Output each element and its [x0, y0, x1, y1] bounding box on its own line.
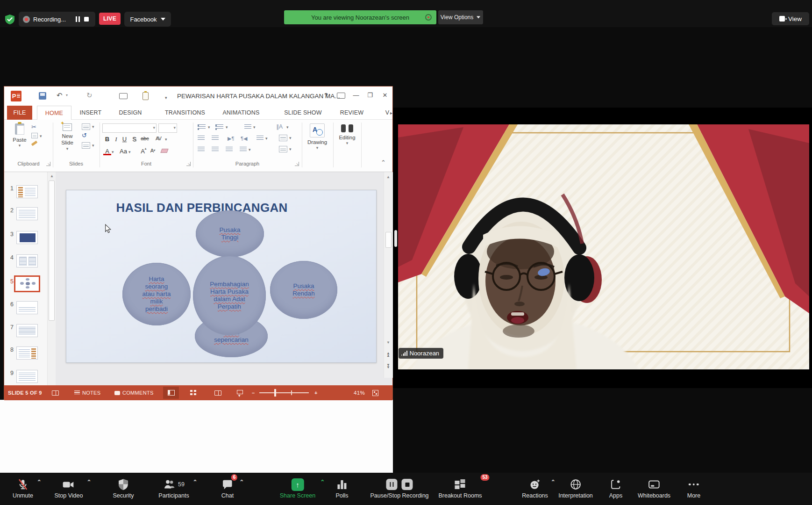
- stop-video-button[interactable]: Stop Video: [55, 477, 83, 499]
- tab-overflow-icon[interactable]: [390, 109, 392, 116]
- slide-layout-button[interactable]: [82, 123, 90, 130]
- fit-to-window-button[interactable]: [372, 385, 378, 400]
- zoom-slider-track[interactable]: [259, 392, 309, 393]
- columns-button[interactable]: [256, 136, 264, 141]
- slide-scrollbar[interactable]: [384, 172, 393, 378]
- font-size-combo[interactable]: [158, 123, 177, 133]
- section-button[interactable]: [82, 142, 90, 149]
- align-text-button[interactable]: [279, 135, 287, 141]
- tab-review[interactable]: REVIEW: [337, 106, 367, 120]
- stop-recording-icon[interactable]: [402, 479, 413, 490]
- ppt-titlebar[interactable]: P ▾ PEWARISAN HARTA PUSAKA DALAM KALANGA…: [4, 87, 392, 106]
- strikethrough-button[interactable]: abc: [139, 136, 151, 141]
- copy-dropdown-icon[interactable]: ▾: [40, 134, 42, 138]
- close-button[interactable]: ✕: [380, 92, 390, 99]
- undo-button[interactable]: [57, 91, 63, 100]
- thumbnail-scrollbar[interactable]: [47, 172, 56, 385]
- smartart-button[interactable]: [279, 146, 287, 152]
- chevron-up-icon[interactable]: [193, 479, 198, 485]
- slide-canvas[interactable]: HASIL DAN PERBINCANGAN Pusaka Tinggi Har…: [66, 190, 377, 363]
- clear-formatting-button[interactable]: [160, 149, 168, 153]
- spacing-dropdown-icon[interactable]: ▾: [165, 137, 167, 142]
- tab-slideshow[interactable]: SLIDE SHOW: [281, 106, 325, 120]
- slide-thumbnail-2[interactable]: [16, 207, 38, 220]
- whiteboards-button[interactable]: Whiteboards: [638, 477, 670, 499]
- participants-button[interactable]: 59 Participants: [158, 477, 189, 499]
- format-painter-button[interactable]: [31, 141, 38, 146]
- zoom-out-button[interactable]: –: [252, 385, 255, 400]
- reading-view-button[interactable]: [214, 385, 221, 400]
- help-button[interactable]: ?: [321, 92, 331, 99]
- tab-insert[interactable]: INSERT: [77, 106, 105, 120]
- chat-button[interactable]: 6 Chat: [221, 477, 234, 499]
- align-center-button[interactable]: [212, 147, 219, 152]
- smartart-dropdown-icon[interactable]: ▾: [289, 147, 292, 152]
- italic-button[interactable]: I: [112, 136, 120, 143]
- pause-recording-icon[interactable]: [76, 16, 80, 22]
- paste-button[interactable]: Paste ▾: [10, 123, 29, 149]
- copy-button[interactable]: [31, 133, 38, 138]
- font-dialog-launcher-icon[interactable]: [186, 162, 191, 166]
- chevron-up-icon[interactable]: [37, 479, 42, 485]
- ellipse-pusaka-rendah[interactable]: Pusaka Rendah: [270, 261, 337, 319]
- ltr-button[interactable]: ▶¶: [228, 136, 234, 142]
- decrease-indent-button[interactable]: [198, 136, 205, 141]
- scroll-down-icon[interactable]: [384, 340, 392, 345]
- slideshow-view-button[interactable]: [237, 385, 243, 400]
- zoom-slider-thumb[interactable]: [274, 389, 276, 397]
- view-options-dropdown[interactable]: View Options: [438, 10, 483, 24]
- cut-button[interactable]: ✂: [31, 123, 36, 130]
- ellipse-harta-seorang[interactable]: Harta seorang atau harta milik peribadi: [122, 263, 191, 325]
- stream-target-dropdown[interactable]: Facebook: [124, 12, 171, 27]
- align-text-dropdown-icon[interactable]: ▾: [289, 136, 292, 140]
- underline-button[interactable]: U: [121, 136, 128, 143]
- share-screen-button[interactable]: Share Screen: [280, 477, 315, 499]
- unmute-button[interactable]: Unmute: [13, 477, 33, 499]
- rtl-button[interactable]: ¶◀: [241, 136, 247, 142]
- stop-recording-icon[interactable]: [84, 17, 89, 22]
- columns-dropdown-icon[interactable]: ▾: [265, 136, 268, 141]
- drawing-button[interactable]: Drawing ▾: [307, 123, 328, 151]
- breakout-rooms-button[interactable]: 53 Breakout Rooms: [438, 477, 482, 499]
- comments-button[interactable]: COMMENTS: [114, 385, 154, 400]
- tab-file[interactable]: FILE: [7, 106, 32, 120]
- text-shadow-button[interactable]: S: [130, 136, 138, 143]
- chevron-up-icon[interactable]: [320, 479, 325, 485]
- chevron-up-icon[interactable]: [551, 479, 556, 485]
- scroll-up-icon[interactable]: [384, 175, 392, 179]
- justify-dropdown-icon[interactable]: ▾: [249, 147, 251, 152]
- increase-indent-button[interactable]: [212, 136, 219, 141]
- security-button[interactable]: Security: [113, 477, 134, 499]
- slide-thumbnail-3[interactable]: [16, 231, 38, 244]
- view-button[interactable]: View: [772, 12, 809, 25]
- normal-view-button[interactable]: [168, 385, 175, 400]
- text-direction-button[interactable]: ∥A: [276, 123, 283, 130]
- ribbon-display-options-icon[interactable]: [337, 93, 345, 99]
- interpretation-button[interactable]: Interpretation: [558, 477, 593, 499]
- participant-video[interactable]: [398, 124, 809, 369]
- ellipse-pembahagian-center[interactable]: Pembahagian Harta Pusaka dalam Adat Perp…: [193, 256, 266, 335]
- change-case-button[interactable]: Aa: [118, 148, 128, 155]
- tab-home[interactable]: HOME: [37, 106, 71, 120]
- pause-stop-recording-button[interactable]: Pause/Stop Recording: [370, 477, 428, 499]
- collapse-ribbon-icon[interactable]: [381, 159, 386, 166]
- spellcheck-icon[interactable]: [52, 385, 59, 400]
- quick-access-more-icon[interactable]: [165, 93, 167, 101]
- scroll-up-icon[interactable]: [48, 174, 56, 178]
- new-slide-button[interactable]: New Slide ▾: [57, 123, 78, 152]
- bullets-dropdown-icon[interactable]: ▾: [208, 125, 210, 130]
- ellipse-pusaka-tinggi[interactable]: Pusaka Tinggi: [196, 210, 264, 257]
- font-name-combo[interactable]: [102, 123, 157, 133]
- layout-dropdown-icon[interactable]: ▾: [92, 124, 94, 129]
- slide-thumbnail-9[interactable]: [16, 370, 38, 383]
- slide-scrollbar-thumb[interactable]: [385, 232, 392, 248]
- section-dropdown-icon[interactable]: ▾: [92, 143, 94, 148]
- justify-button[interactable]: [240, 147, 247, 152]
- clipboard-icon[interactable]: [142, 92, 149, 100]
- redo-button[interactable]: [86, 91, 93, 100]
- minimize-button[interactable]: —: [351, 92, 361, 99]
- more-button[interactable]: More: [687, 477, 700, 499]
- slide-thumbnail-1[interactable]: [16, 185, 38, 198]
- slide-thumbnail-7[interactable]: [16, 324, 38, 337]
- chevron-up-icon[interactable]: [239, 479, 244, 485]
